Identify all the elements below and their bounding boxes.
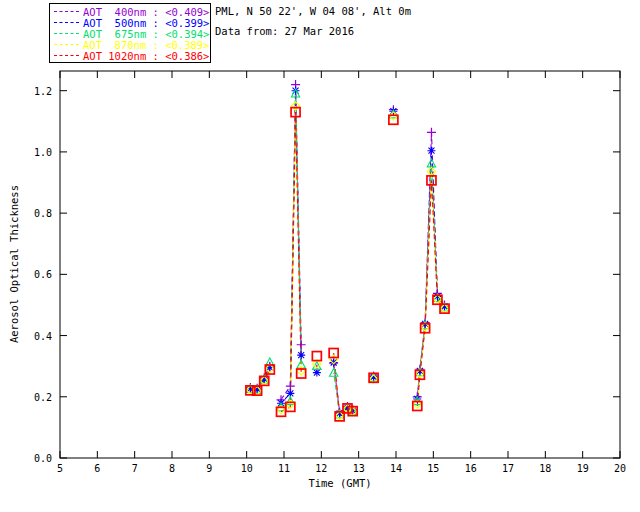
series-markers-aot-1020nm xyxy=(246,108,449,421)
x-tick-label: 11 xyxy=(278,463,290,474)
y-tick-label: 0.8 xyxy=(22,208,52,219)
y-tick-label: 0.0 xyxy=(22,453,52,464)
x-tick-label: 14 xyxy=(390,463,402,474)
y-tick-label: 0.2 xyxy=(22,391,52,402)
legend-dash-sample xyxy=(54,11,79,12)
y-tick-label: 0.4 xyxy=(22,330,52,341)
plot-box xyxy=(60,71,620,458)
y-tick-label: 1.2 xyxy=(22,85,52,96)
aot-plot-page: AOT 400nm : <0.409>AOT 500nm : <0.399>AO… xyxy=(0,0,640,512)
x-tick-label: 6 xyxy=(94,463,100,474)
legend-entry: AOT 675nm : <0.394> xyxy=(54,28,210,39)
date-info: Data from: 27 Mar 2016 xyxy=(215,25,354,37)
legend-dash-sample xyxy=(54,33,79,34)
legend-dash-sample xyxy=(54,55,79,56)
legend-entry: AOT 870nm : <0.389> xyxy=(54,39,210,50)
x-tick-label: 16 xyxy=(465,463,477,474)
x-tick-label: 17 xyxy=(502,463,514,474)
triangle-marker xyxy=(329,368,337,376)
y-tick-label: 1.0 xyxy=(22,146,52,157)
station-info: PML, N 50 22', W 04 08', Alt 0m xyxy=(215,5,411,17)
x-tick-label: 7 xyxy=(132,463,138,474)
x-tick-label: 10 xyxy=(241,463,253,474)
x-tick-label: 15 xyxy=(427,463,439,474)
legend-entry: AOT 1020nm : <0.386> xyxy=(54,50,210,61)
x-tick-label: 19 xyxy=(577,463,589,474)
legend: AOT 400nm : <0.409>AOT 500nm : <0.399>AO… xyxy=(49,3,211,63)
series-markers-aot-400nm xyxy=(246,80,449,417)
x-tick-label: 9 xyxy=(206,463,212,474)
x-tick-label: 8 xyxy=(169,463,175,474)
x-tick-label: 5 xyxy=(57,463,63,474)
y-tick-label: 0.6 xyxy=(22,269,52,280)
series-line-aot-870nm xyxy=(250,106,444,416)
series-line-aot-400nm xyxy=(250,85,444,413)
series-line-aot-500nm xyxy=(250,91,444,414)
plus-marker xyxy=(297,340,306,349)
asterisk-marker xyxy=(427,147,435,155)
asterisk-marker xyxy=(330,359,338,367)
legend-entry: AOT 400nm : <0.409> xyxy=(54,6,210,17)
x-tick-label: 13 xyxy=(353,463,365,474)
asterisk-marker xyxy=(297,351,305,359)
series-segment xyxy=(281,106,301,410)
legend-dash-sample xyxy=(54,44,79,45)
x-tick-label: 12 xyxy=(315,463,327,474)
x-tick-label: 18 xyxy=(539,463,551,474)
x-axis-label: Time (GMT) xyxy=(308,477,371,489)
plus-marker xyxy=(427,128,436,137)
y-axis-label: Aerosol Optical Thickness xyxy=(8,185,20,343)
plot-svg xyxy=(0,0,640,512)
plus-marker xyxy=(286,382,295,391)
legend-entry-label: AOT 1020nm : <0.386> xyxy=(83,50,209,62)
x-tick-label: 20 xyxy=(614,463,626,474)
legend-entry: AOT 500nm : <0.399> xyxy=(54,17,210,28)
series-markers-aot-500nm xyxy=(246,87,448,418)
legend-dash-sample xyxy=(54,22,79,23)
series-line-aot-675nm xyxy=(250,94,444,415)
